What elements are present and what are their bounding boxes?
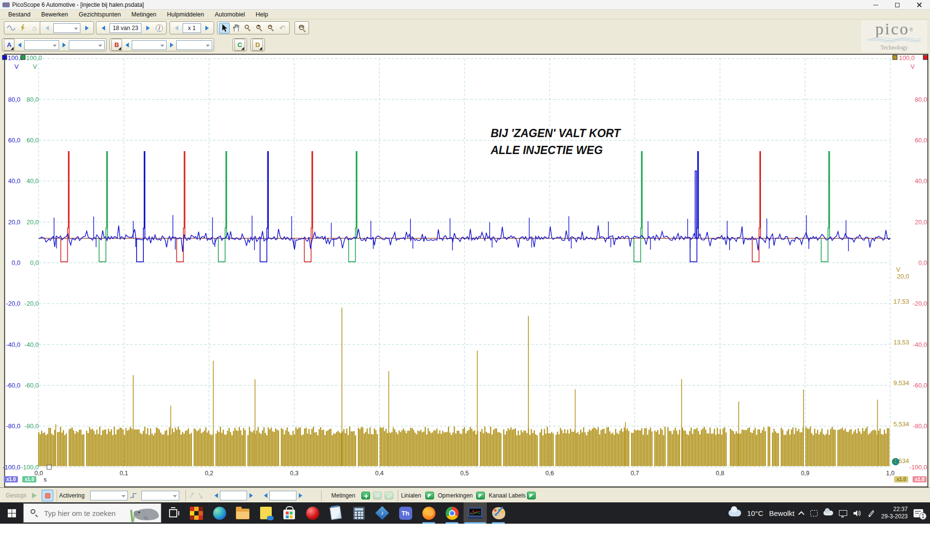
minimize-button[interactable] (865, 0, 886, 10)
channel-a-range-up-button[interactable] (60, 40, 68, 50)
channel-c-scale-badge[interactable]: x1.0 (22, 476, 36, 482)
add-measurement-button[interactable] (361, 490, 370, 501)
maximize-button[interactable] (886, 0, 908, 10)
onedrive-icon[interactable] (823, 511, 833, 515)
linialen-toggle[interactable] (425, 490, 434, 501)
taskbar-app-store[interactable] (278, 502, 301, 524)
home-button[interactable]: ⌂ (29, 23, 40, 33)
taskbar-search[interactable] (23, 503, 161, 523)
channel-d-button[interactable]: D (252, 39, 263, 51)
taskbar-app-paint[interactable] (487, 502, 510, 524)
menu-gezichtspunten[interactable]: Gezichtspunten (73, 11, 126, 18)
taskbar-app-calculator[interactable] (347, 502, 371, 524)
channel-c-button[interactable]: C (234, 39, 245, 51)
logo-brand-text: pico (875, 20, 910, 38)
taskbar-app-th[interactable]: Th (394, 502, 417, 524)
remove-measurement-button[interactable] (373, 490, 382, 501)
opmerkingen-toggle[interactable] (476, 490, 485, 501)
channel-d-scale-badge[interactable]: x1.0 (894, 476, 908, 482)
zoom-factor-indicator[interactable]: x 1 (183, 23, 201, 33)
taskbar-clock[interactable]: 22:37 29-3-2023 (881, 506, 908, 520)
buffer-next-button[interactable] (142, 23, 153, 33)
zoom-in-tool-button[interactable]: + (254, 23, 264, 33)
taskbar-app-firefox[interactable] (417, 502, 440, 524)
menu-automobiel[interactable]: Automobiel (209, 11, 250, 18)
channel-a-range-down-button[interactable] (16, 40, 23, 50)
waveform-icon-button[interactable] (6, 23, 16, 33)
close-button[interactable] (908, 0, 930, 10)
posttrigger-right-button[interactable] (296, 490, 304, 501)
speaker-icon[interactable] (853, 510, 862, 517)
edit-measurement-button[interactable] (385, 490, 393, 501)
channel-b-scale-badge[interactable]: x1.0 (913, 476, 927, 482)
pen-icon[interactable] (868, 509, 875, 517)
taskbar-app-picoscope[interactable] (464, 502, 487, 524)
menu-help[interactable]: Help (250, 11, 274, 18)
start-button[interactable] (0, 502, 23, 524)
start-button[interactable] (32, 490, 37, 501)
network-display-icon[interactable] (839, 510, 847, 516)
hand-tool-button[interactable] (231, 23, 241, 33)
svg-text:100,0: 100,0 (26, 54, 42, 62)
trigger-edge-button[interactable] (130, 490, 138, 501)
buffer-overview-button[interactable] (154, 23, 165, 33)
snip-tool-icon[interactable] (810, 510, 818, 516)
pretrigger-right-button[interactable] (247, 490, 255, 501)
zoom-prev-button[interactable] (171, 23, 182, 33)
channel-a-scale-badge[interactable]: x1.0 (4, 476, 18, 482)
taskbar-app-mosaic[interactable] (185, 502, 208, 524)
buffer-prev-button[interactable] (98, 23, 108, 33)
auto-setup-button[interactable] (17, 23, 28, 33)
timebase-next-button[interactable] (81, 23, 92, 33)
buffer-indicator[interactable]: 18 van 23 (109, 23, 141, 33)
kanaal-labels-toggle[interactable] (527, 490, 536, 501)
taskbar-app-sphere[interactable] (301, 502, 324, 524)
action-center-button[interactable]: 1 (914, 509, 923, 517)
weather-temperature[interactable]: 10°C (747, 509, 763, 517)
zoom-out-tool-button[interactable]: − (265, 23, 276, 33)
logo-registered-mark: ® (910, 27, 913, 32)
menu-bewerken[interactable]: Bewerken (36, 11, 74, 18)
channel-b-button[interactable]: B (111, 39, 122, 51)
stop-button[interactable] (42, 490, 53, 501)
pretrigger-value[interactable] (220, 491, 247, 500)
channel-b-probe-select[interactable] (176, 40, 212, 50)
tray-expand-icon[interactable] (798, 511, 805, 517)
channel-b-range-up-button[interactable] (168, 40, 175, 50)
zoom-overview-button[interactable]: 100 (296, 23, 307, 33)
menu-metingen[interactable]: Metingen (126, 11, 161, 18)
svg-text:V: V (911, 63, 915, 70)
taskbar-app-media[interactable]: ♪ (371, 502, 394, 524)
weather-cloud-icon[interactable] (728, 510, 741, 516)
scope-plot[interactable]: 100,0100,0VV80,060,040,020,00,0-20,0-40,… (0, 54, 930, 487)
posttrigger-value[interactable] (269, 491, 296, 500)
timebase-prev-button[interactable] (42, 23, 52, 33)
taskbar-app-edge[interactable] (208, 502, 231, 524)
pretrigger-left-button[interactable] (212, 490, 220, 501)
undo-zoom-button[interactable]: ↶ (277, 23, 288, 33)
channel-b-range-down-button[interactable] (123, 40, 131, 50)
marquee-zoom-tool-button[interactable] (242, 23, 253, 33)
taskbar-app-chrome[interactable] (440, 502, 464, 524)
channel-a-probe-select[interactable] (69, 40, 105, 50)
threshold-arrows-icon[interactable] (198, 492, 206, 499)
manatee-search-graphic[interactable] (131, 505, 161, 523)
channel-b-range-select[interactable] (132, 40, 167, 50)
taskbar-app-explorer[interactable] (231, 502, 254, 524)
trigger-mode-select[interactable] (90, 490, 128, 501)
menu-hulpmiddelen[interactable]: Hulpmiddelen (162, 11, 209, 18)
taskbar-app-notepad[interactable] (324, 502, 347, 524)
channel-a-range-select[interactable] (24, 40, 59, 50)
channel-a-button[interactable]: A (4, 39, 15, 51)
trigger-channel-select[interactable] (141, 490, 179, 501)
task-view-button[interactable] (161, 502, 185, 524)
zoom-next-button[interactable] (202, 23, 212, 33)
posttrigger-left-button[interactable] (262, 490, 269, 501)
taskbar-app-notes[interactable] (254, 502, 278, 524)
weather-condition[interactable]: Bewolkt (769, 509, 795, 517)
timebase-select[interactable] (53, 23, 80, 33)
search-input[interactable] (43, 509, 133, 518)
menu-bestand[interactable]: Bestand (3, 11, 36, 18)
threshold-arrows-icon[interactable] (189, 492, 198, 499)
normal-selection-tool-button[interactable] (219, 23, 230, 33)
